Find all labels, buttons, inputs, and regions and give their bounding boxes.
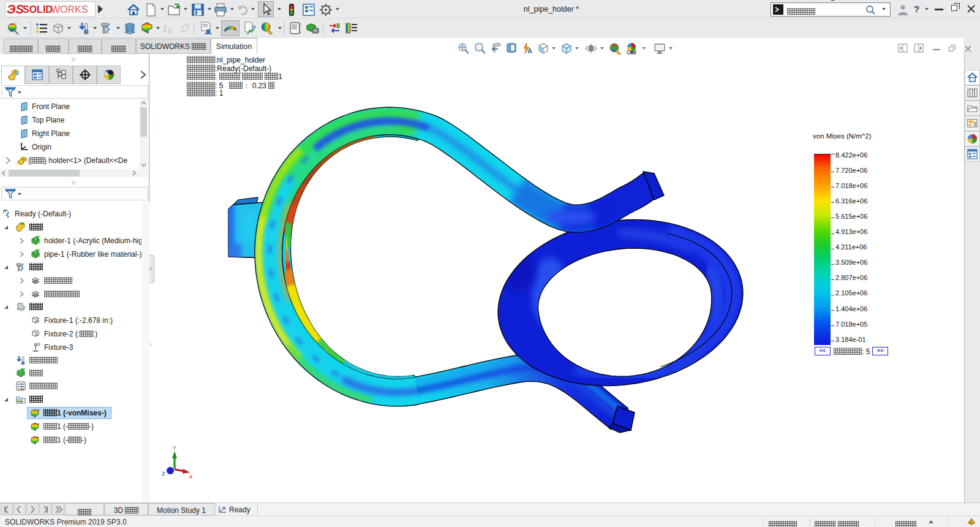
svg-text:?: ? [252, 25, 256, 32]
svg-text:0: 0 [168, 28, 172, 35]
svg-text:ЭS: ЭS [7, 2, 24, 16]
svg-text:X: X [189, 474, 193, 480]
svg-text:WORKS: WORKS [51, 4, 88, 15]
svg-text:A: A [527, 47, 532, 55]
svg-text:σ: σ [37, 408, 40, 412]
svg-text:Y: Y [173, 445, 176, 452]
svg-text:Z: Z [162, 471, 165, 477]
svg-text:SOLID: SOLID [23, 4, 53, 15]
svg-text:*: * [15, 21, 17, 27]
svg-text:t: t [164, 23, 167, 34]
svg-text:u: u [37, 422, 39, 426]
